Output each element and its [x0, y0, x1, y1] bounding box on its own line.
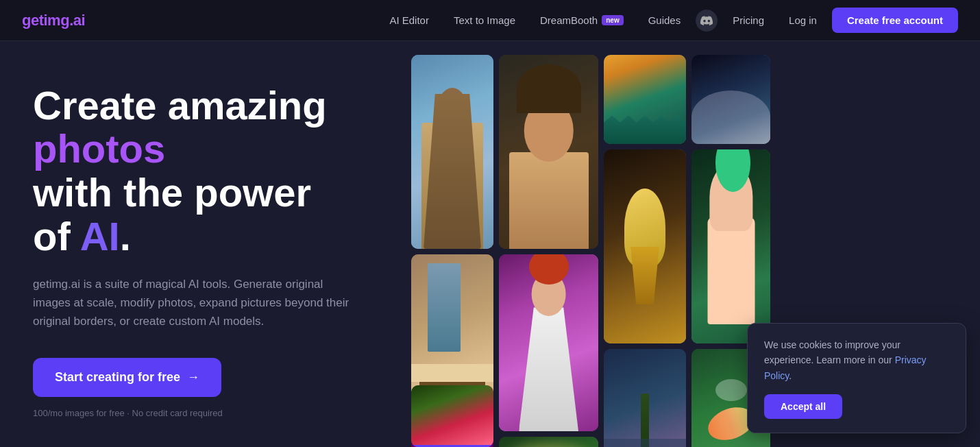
gallery-image-man-suit: [411, 55, 493, 249]
nav-pricing[interactable]: Pricing: [723, 10, 774, 30]
hero-description: getimg.ai is a suite of magical AI tools…: [33, 275, 351, 331]
cookie-message: We use cookies to improve your experienc…: [764, 337, 949, 383]
gallery-image-golden-skull: [604, 149, 686, 343]
hero-headline: Create amazing photos with the power of …: [33, 84, 351, 258]
free-note: 100/mo images for free · No credit card …: [33, 408, 351, 418]
site-logo[interactable]: getimg.ai: [22, 12, 85, 29]
gallery-image-water-reflect: [604, 349, 686, 447]
gallery-image-fantasy-woman: [499, 254, 598, 431]
nav-ai-editor[interactable]: AI Editor: [380, 10, 439, 30]
gallery-section: We use cookies to improve your experienc…: [384, 41, 980, 447]
gallery-image-anime-girl: [691, 149, 770, 343]
gallery-image-man-hair: [499, 55, 598, 249]
create-account-button[interactable]: Create free account: [832, 8, 958, 33]
nav-dreambooth[interactable]: DreamBooth new: [530, 10, 633, 30]
nav-text-to-image[interactable]: Text to Image: [444, 10, 525, 30]
arrow-icon: →: [187, 370, 199, 385]
discord-icon[interactable]: [696, 10, 718, 32]
gallery-image-ocean: [604, 55, 686, 144]
accept-cookies-button[interactable]: Accept all: [764, 394, 842, 419]
hero-section: Create amazing photos with the power of …: [0, 41, 384, 447]
gallery-image-roses: [411, 385, 493, 447]
dreambooth-badge: new: [602, 15, 623, 25]
main-nav: AI Editor Text to Image DreamBooth new G…: [380, 8, 958, 33]
nav-login[interactable]: Log in: [779, 10, 826, 30]
start-creating-button[interactable]: Start creating for free →: [33, 358, 221, 397]
gallery-image-clouds: [691, 55, 770, 144]
nav-guides[interactable]: Guides: [639, 10, 691, 30]
gallery-image-forest: [499, 437, 598, 447]
cookie-banner: We use cookies to improve your experienc…: [747, 323, 966, 433]
